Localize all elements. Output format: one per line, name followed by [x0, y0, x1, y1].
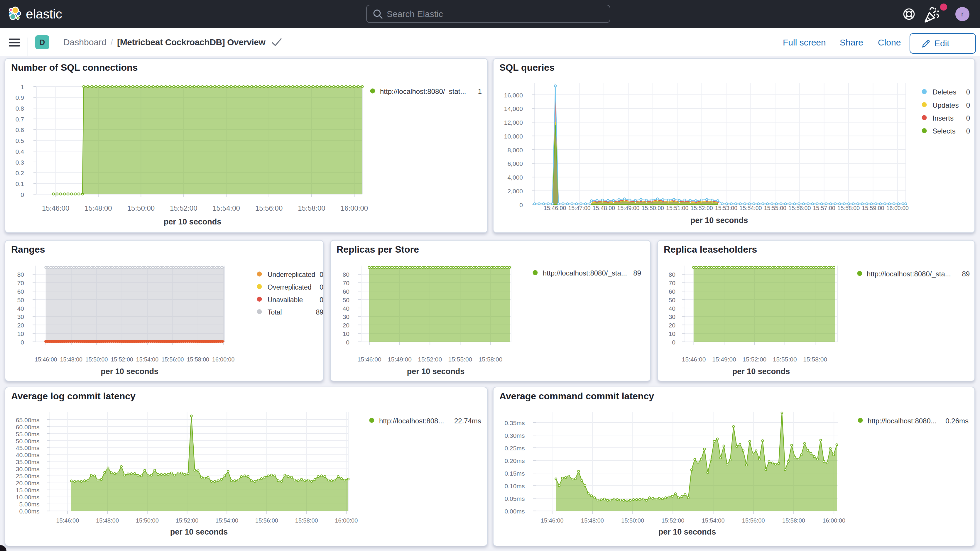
- svg-text:Selects: Selects: [932, 127, 956, 135]
- svg-text:15:54:00: 15:54:00: [740, 205, 762, 211]
- svg-text:70: 70: [669, 280, 675, 287]
- svg-text:30: 30: [669, 313, 675, 320]
- svg-text:15:48:00: 15:48:00: [60, 356, 83, 363]
- svg-text:0.35ms: 0.35ms: [505, 420, 525, 426]
- svg-text:15:54:00: 15:54:00: [702, 517, 725, 524]
- svg-text:10.00ms: 10.00ms: [16, 494, 40, 500]
- svg-text:10,000: 10,000: [504, 133, 523, 140]
- svg-text:15.00ms: 15.00ms: [16, 487, 40, 494]
- svg-text:0: 0: [966, 101, 970, 109]
- svg-text:0.6: 0.6: [16, 126, 24, 133]
- svg-text:50: 50: [18, 297, 24, 303]
- svg-text:15:56:00: 15:56:00: [788, 205, 811, 211]
- svg-text:per 10 seconds: per 10 seconds: [407, 367, 465, 376]
- svg-text:15:49:00: 15:49:00: [388, 356, 412, 363]
- svg-text:16:00:00: 16:00:00: [340, 204, 368, 212]
- svg-text:0.10ms: 0.10ms: [505, 483, 525, 489]
- svg-text:15:49:00: 15:49:00: [712, 356, 736, 363]
- svg-text:15:48:00: 15:48:00: [593, 205, 615, 211]
- svg-text:6,000: 6,000: [508, 160, 523, 167]
- svg-text:15:54:00: 15:54:00: [136, 356, 158, 363]
- svg-text:15:57:00: 15:57:00: [813, 205, 835, 211]
- svg-text:15:59:00: 15:59:00: [862, 205, 884, 211]
- svg-text:40: 40: [343, 305, 350, 312]
- svg-text:15:53:00: 15:53:00: [715, 205, 737, 211]
- svg-text:16:00:00: 16:00:00: [212, 356, 234, 363]
- svg-text:http://localhost:8080...: http://localhost:8080...: [868, 417, 937, 425]
- svg-text:0: 0: [672, 339, 675, 346]
- svg-text:50.00ms: 50.00ms: [16, 438, 40, 444]
- svg-text:89: 89: [633, 269, 641, 277]
- svg-text:4,000: 4,000: [508, 174, 523, 181]
- svg-text:1: 1: [478, 88, 482, 96]
- svg-text:70: 70: [18, 280, 24, 287]
- svg-text:15:58:00: 15:58:00: [837, 205, 860, 211]
- svg-text:40: 40: [669, 305, 675, 312]
- svg-text:10: 10: [669, 330, 675, 337]
- svg-text:Unavailable: Unavailable: [267, 296, 303, 304]
- svg-text:22.74ms: 22.74ms: [454, 417, 481, 425]
- svg-text:20: 20: [18, 322, 24, 329]
- svg-text:Updates: Updates: [932, 101, 959, 109]
- svg-text:60: 60: [343, 288, 350, 295]
- svg-text:0.26ms: 0.26ms: [945, 417, 969, 425]
- svg-text:0: 0: [320, 296, 323, 304]
- svg-text:15:55:00: 15:55:00: [764, 205, 786, 211]
- svg-text:0: 0: [966, 114, 970, 122]
- svg-text:0: 0: [21, 191, 24, 198]
- svg-text:15:54:00: 15:54:00: [215, 517, 238, 524]
- svg-text:60.00ms: 60.00ms: [16, 424, 40, 430]
- svg-text:15:58:00: 15:58:00: [782, 517, 805, 524]
- svg-text:14,000: 14,000: [504, 105, 523, 112]
- svg-text:15:52:00: 15:52:00: [743, 356, 767, 363]
- svg-text:http://localhost:8080/_sta...: http://localhost:8080/_sta...: [867, 270, 951, 278]
- svg-text:60: 60: [669, 288, 675, 295]
- svg-text:0: 0: [21, 339, 24, 346]
- svg-text:15:58:00: 15:58:00: [187, 356, 209, 363]
- svg-text:15:46:00: 15:46:00: [357, 356, 382, 363]
- svg-text:0.4: 0.4: [16, 148, 24, 155]
- svg-text:16,000: 16,000: [504, 92, 523, 99]
- svg-text:15:52:00: 15:52:00: [418, 356, 442, 363]
- svg-text:45.00ms: 45.00ms: [16, 444, 40, 451]
- svg-text:15:48:00: 15:48:00: [581, 517, 604, 524]
- svg-text:10: 10: [343, 330, 350, 337]
- svg-text:50: 50: [343, 297, 350, 303]
- svg-text:15:52:00: 15:52:00: [176, 517, 199, 524]
- svg-text:0: 0: [519, 202, 523, 208]
- svg-text:0.05ms: 0.05ms: [505, 495, 525, 502]
- svg-text:1: 1: [21, 84, 24, 90]
- svg-text:0.3: 0.3: [16, 159, 24, 166]
- svg-text:16:00:00: 16:00:00: [335, 517, 358, 524]
- svg-text:per 10 seconds: per 10 seconds: [690, 216, 748, 225]
- svg-text:15:48:00: 15:48:00: [84, 204, 112, 212]
- svg-text:per 10 seconds: per 10 seconds: [101, 367, 158, 376]
- svg-text:40.00ms: 40.00ms: [16, 452, 40, 458]
- svg-text:0.15ms: 0.15ms: [505, 470, 525, 477]
- svg-text:0: 0: [966, 127, 970, 135]
- svg-text:15:48:00: 15:48:00: [96, 517, 119, 524]
- svg-text:http://localhost:8080/_sta...: http://localhost:8080/_sta...: [543, 269, 627, 277]
- svg-text:15:50:00: 15:50:00: [85, 356, 108, 363]
- svg-text:10: 10: [18, 330, 24, 337]
- svg-text:12,000: 12,000: [504, 119, 523, 126]
- svg-text:60: 60: [18, 288, 24, 295]
- svg-text:15:56:00: 15:56:00: [742, 517, 765, 524]
- svg-text:15:52:00: 15:52:00: [661, 517, 684, 524]
- svg-text:per 10 seconds: per 10 seconds: [164, 217, 221, 226]
- svg-text:89: 89: [316, 308, 323, 316]
- svg-text:0.5: 0.5: [16, 137, 24, 144]
- svg-text:Total: Total: [267, 308, 282, 316]
- svg-text:65.00ms: 65.00ms: [16, 417, 40, 424]
- svg-text:15:55:00: 15:55:00: [773, 356, 797, 363]
- svg-text:15:46:00: 15:46:00: [541, 517, 564, 524]
- svg-text:30: 30: [18, 313, 24, 320]
- svg-text:15:46:00: 15:46:00: [544, 205, 566, 211]
- svg-text:15:56:00: 15:56:00: [255, 204, 283, 212]
- svg-text:15:47:00: 15:47:00: [568, 205, 590, 211]
- svg-text:80: 80: [18, 271, 24, 278]
- svg-text:20: 20: [343, 322, 350, 329]
- svg-text:http://localhost:8080/_stat...: http://localhost:8080/_stat...: [380, 88, 466, 96]
- svg-text:15:50:00: 15:50:00: [127, 204, 154, 212]
- svg-text:0: 0: [320, 283, 323, 291]
